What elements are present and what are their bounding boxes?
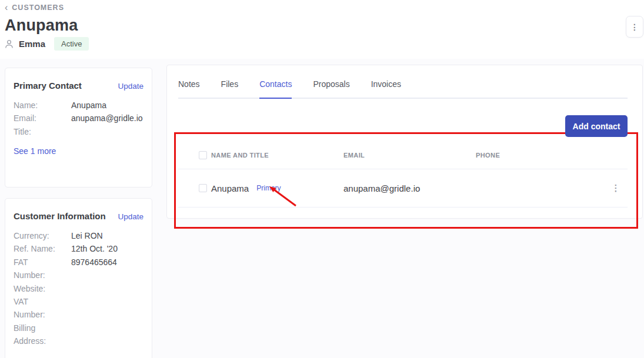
column-header-name: NAME AND TITLE: [211, 152, 343, 159]
kebab-icon: ⋮: [630, 22, 639, 32]
customer-information-update-link[interactable]: Update: [118, 212, 144, 221]
breadcrumb-label: CUSTOMERS: [12, 4, 64, 12]
header-more-button[interactable]: ⋮: [626, 16, 643, 38]
see-more-link[interactable]: See 1 more: [14, 146, 144, 156]
field-billing-address: Billing Address:: [14, 322, 144, 348]
field-email: Email: anupama@gridle.io: [14, 112, 144, 125]
field-name: Name: Anupama: [14, 99, 144, 112]
contact-email: anupama@gridle.io: [343, 183, 476, 193]
column-header-phone: PHONE: [476, 152, 604, 159]
tab-notes[interactable]: Notes: [178, 79, 200, 98]
tab-contacts[interactable]: Contacts: [259, 79, 292, 99]
field-fat-number: FAT Number: 8976465664: [14, 256, 144, 282]
status-badge: Active: [54, 37, 89, 51]
contacts-table: NAME AND TITLE EMAIL PHONE Anupama Prima…: [178, 142, 628, 208]
field-ref-name: Ref. Name: 12th Oct. '20: [14, 242, 144, 255]
tab-files[interactable]: Files: [221, 79, 239, 98]
row-kebab-icon[interactable]: ⋮: [612, 183, 620, 193]
select-all-checkbox[interactable]: [199, 151, 207, 159]
owner-row: Emma Active: [5, 37, 89, 51]
field-currency: Currency: Lei RON: [14, 229, 144, 242]
tab-bar: Notes Files Contacts Proposals Invoices: [178, 65, 628, 99]
customer-information-card: Customer Information Update Currency: Le…: [5, 198, 152, 358]
primary-contact-card: Primary Contact Update Name: Anupama Ema…: [5, 68, 152, 188]
contacts-table-header: NAME AND TITLE EMAIL PHONE: [178, 142, 628, 169]
add-contact-button[interactable]: Add contact: [565, 115, 628, 137]
primary-contact-title: Primary Contact: [14, 81, 82, 91]
field-website: Website:: [14, 282, 144, 295]
column-header-email: EMAIL: [343, 152, 476, 159]
customer-information-title: Customer Information: [14, 211, 106, 221]
field-vat-number: VAT Number:: [14, 295, 144, 322]
breadcrumb[interactable]: ‹ CUSTOMERS: [5, 4, 64, 12]
tab-proposals[interactable]: Proposals: [313, 79, 349, 98]
field-title: Title:: [14, 125, 144, 138]
row-checkbox[interactable]: [199, 184, 207, 192]
contact-row[interactable]: Anupama Primary anupama@gridle.io ⋮: [178, 169, 628, 208]
owner-name: Emma: [19, 39, 45, 49]
header-band: [0, 0, 644, 59]
page-title: Anupama: [5, 16, 78, 35]
primary-contact-update-link[interactable]: Update: [118, 82, 144, 91]
primary-tag: Primary: [256, 184, 281, 192]
chevron-left-icon: ‹: [5, 4, 8, 11]
user-icon: [5, 39, 14, 49]
tab-invoices[interactable]: Invoices: [371, 79, 401, 98]
customer-detail-panel: Notes Files Contacts Proposals Invoices …: [166, 65, 643, 219]
contact-name: Anupama: [211, 183, 249, 193]
